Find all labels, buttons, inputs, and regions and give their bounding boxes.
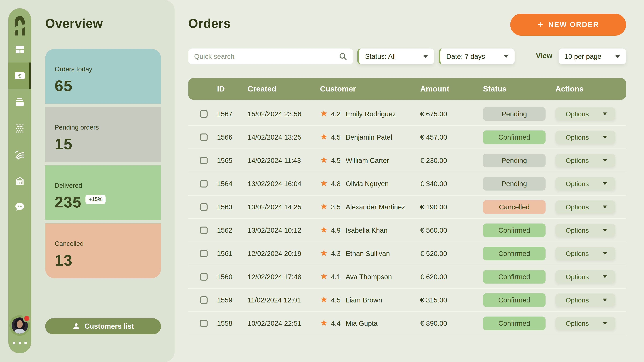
sidebar-item-dashboard[interactable] bbox=[8, 36, 31, 62]
row-checkbox[interactable] bbox=[200, 296, 208, 304]
order-created: 11/02/2024 12:01 bbox=[248, 296, 301, 304]
options-button[interactable]: Options bbox=[556, 200, 616, 214]
star-icon: ★ bbox=[320, 109, 328, 118]
options-label: Options bbox=[566, 133, 589, 141]
field-rows-icon bbox=[14, 149, 25, 159]
search-icon[interactable] bbox=[338, 52, 347, 61]
order-amount: € 890.00 bbox=[420, 320, 447, 327]
status-badge: Confirmed bbox=[483, 223, 546, 237]
chevron-down-icon bbox=[603, 322, 607, 325]
column-header-amount: Amount bbox=[420, 85, 449, 93]
customer-rating: 4.4 bbox=[331, 320, 340, 327]
options-label: Options bbox=[566, 320, 589, 327]
order-amount: € 560.00 bbox=[420, 226, 447, 234]
order-amount: € 675.00 bbox=[420, 110, 447, 118]
options-button[interactable]: Options bbox=[556, 317, 616, 330]
order-customer: ★4.5William Carter bbox=[320, 157, 389, 164]
order-amount: € 230.00 bbox=[420, 157, 447, 164]
row-checkbox[interactable] bbox=[200, 203, 208, 211]
chevron-down-icon bbox=[615, 55, 620, 58]
new-order-button[interactable]: + NEW ORDER bbox=[510, 13, 626, 36]
order-id: 1565 bbox=[217, 157, 232, 164]
row-checkbox[interactable] bbox=[200, 133, 208, 141]
per-page-dropdown[interactable]: 10 per page bbox=[558, 48, 626, 64]
sidebar-item-messages[interactable] bbox=[8, 194, 31, 220]
options-button[interactable]: Options bbox=[556, 224, 616, 237]
table-row: 156413/02/2024 16:04★4.8Olivia Nguyen€ 3… bbox=[188, 172, 626, 196]
customers-list-button[interactable]: Customers list bbox=[45, 318, 161, 335]
options-button[interactable]: Options bbox=[556, 293, 616, 307]
stat-card-orders-today: Orders today 65 bbox=[45, 49, 161, 104]
irrigation-dots-icon bbox=[14, 123, 25, 133]
row-checkbox[interactable] bbox=[200, 320, 208, 327]
order-id: 1560 bbox=[217, 273, 232, 281]
chevron-down-icon bbox=[603, 113, 607, 115]
order-amount: € 190.00 bbox=[420, 203, 447, 211]
stat-card-cancelled: Cancelled 13 bbox=[45, 223, 161, 278]
status-badge: Confirmed bbox=[483, 293, 546, 307]
stat-label: Orders today bbox=[55, 65, 161, 73]
sidebar: € bbox=[8, 8, 31, 353]
customer-name: Alexander Martinez bbox=[346, 203, 405, 211]
order-customer: ★4.5Benjamin Patel bbox=[320, 133, 392, 141]
star-icon: ★ bbox=[320, 156, 328, 164]
more-options-icon[interactable] bbox=[13, 342, 27, 344]
search-input[interactable] bbox=[194, 52, 338, 60]
options-button[interactable]: Options bbox=[556, 177, 616, 190]
table-row: 155810/02/2024 22:51★4.4Mia Gupta€ 890.0… bbox=[188, 312, 626, 335]
star-icon: ★ bbox=[320, 272, 328, 281]
order-created: 14/02/2024 11:43 bbox=[248, 157, 301, 164]
chevron-down-icon bbox=[603, 206, 607, 208]
status-filter-dropdown[interactable]: Status: All bbox=[357, 48, 434, 64]
row-checkbox[interactable] bbox=[200, 273, 208, 281]
plus-icon: + bbox=[537, 19, 543, 29]
order-id: 1567 bbox=[217, 110, 232, 118]
table-row: 156715/02/2024 23:56★4.2Emily Rodriguez€… bbox=[188, 102, 626, 126]
customer-rating: 4.5 bbox=[331, 133, 340, 141]
column-header-actions: Actions bbox=[556, 85, 584, 93]
customer-rating: 3.5 bbox=[331, 203, 340, 211]
row-checkbox[interactable] bbox=[200, 110, 208, 118]
order-created: 15/02/2024 23:56 bbox=[248, 110, 301, 118]
customer-name: Benjamin Patel bbox=[346, 133, 392, 141]
options-button[interactable]: Options bbox=[556, 247, 616, 260]
star-icon: ★ bbox=[320, 179, 328, 188]
options-button[interactable]: Options bbox=[556, 154, 616, 167]
customer-name: Emily Rodriguez bbox=[346, 110, 396, 118]
table-row: 156313/02/2024 14:25★3.5Alexander Martin… bbox=[188, 196, 626, 219]
sidebar-item-farm[interactable] bbox=[8, 167, 31, 194]
star-icon: ★ bbox=[320, 132, 328, 141]
user-avatar[interactable] bbox=[10, 315, 30, 336]
sidebar-item-irrigation[interactable] bbox=[8, 115, 31, 141]
table-row: 156514/02/2024 11:43★4.5William Carter€ … bbox=[188, 149, 626, 172]
options-label: Options bbox=[566, 250, 589, 257]
sidebar-item-fields[interactable] bbox=[8, 141, 31, 167]
status-badge: Confirmed bbox=[483, 130, 546, 144]
sidebar-item-inventory[interactable] bbox=[8, 89, 31, 115]
column-header-id: ID bbox=[217, 85, 225, 93]
customer-name: Ava Thompson bbox=[346, 273, 392, 281]
row-checkbox[interactable] bbox=[200, 250, 208, 257]
order-id: 1558 bbox=[217, 320, 232, 327]
stat-cards: Orders today 65 Pending orders 15 Delive… bbox=[45, 49, 161, 278]
order-amount: € 315.00 bbox=[420, 296, 447, 304]
options-button[interactable]: Options bbox=[556, 270, 616, 283]
stat-value: 15 bbox=[55, 136, 72, 152]
notification-dot bbox=[23, 315, 31, 322]
sidebar-item-orders-payments[interactable]: € bbox=[8, 62, 31, 89]
farm-building-icon bbox=[15, 176, 25, 186]
date-filter-dropdown[interactable]: Date: 7 days bbox=[438, 48, 514, 64]
order-customer: ★4.2Emily Rodriguez bbox=[320, 110, 396, 118]
chat-bubble-icon bbox=[14, 202, 25, 211]
customer-rating: 4.5 bbox=[331, 296, 340, 304]
svg-text:€: € bbox=[18, 73, 21, 79]
row-checkbox[interactable] bbox=[200, 227, 208, 234]
row-checkbox[interactable] bbox=[200, 157, 208, 164]
row-checkbox[interactable] bbox=[200, 180, 208, 188]
options-button[interactable]: Options bbox=[556, 107, 616, 120]
options-label: Options bbox=[566, 180, 589, 188]
options-button[interactable]: Options bbox=[556, 130, 616, 144]
star-icon: ★ bbox=[320, 249, 328, 257]
order-customer: ★3.5Alexander Martinez bbox=[320, 203, 405, 211]
stat-label: Pending orders bbox=[55, 124, 161, 131]
